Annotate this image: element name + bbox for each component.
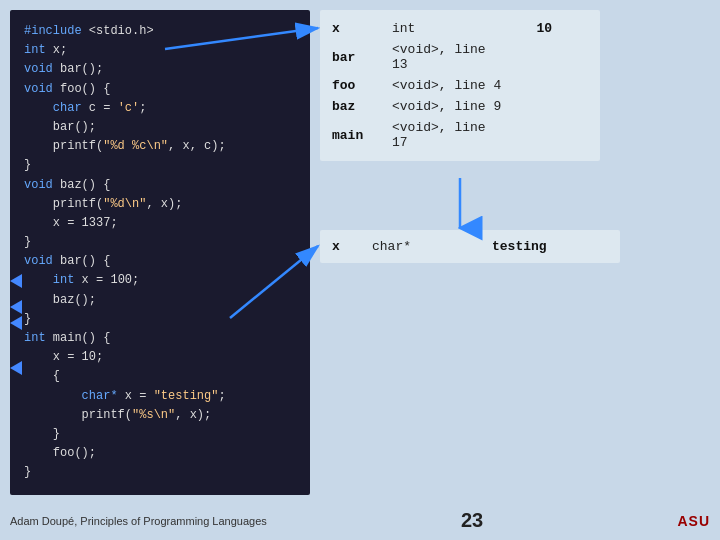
col-type-bar: <void>, line 13 <box>392 42 502 72</box>
code-line-7: printf("%d %c\n", x, c); <box>24 137 296 156</box>
code-line-5: char c = 'c'; <box>24 99 296 118</box>
code-line-1: #include <stdio.h> <box>24 22 296 41</box>
table2-col-val-x: testing <box>492 239 572 254</box>
code-line-20: char* x = "testing"; <box>24 387 296 406</box>
col-name-x: x <box>332 21 392 36</box>
table-row-bar: bar <void>, line 13 <box>320 39 600 75</box>
code-line-15: baz(); <box>24 291 296 310</box>
code-line-3: void bar(); <box>24 60 296 79</box>
asu-logo: ASU <box>677 513 710 529</box>
col-type-x: int <box>392 21 502 36</box>
footer-attribution: Adam Doupé, Principles of Programming La… <box>10 515 267 527</box>
footer: Adam Doupé, Principles of Programming La… <box>10 509 710 532</box>
table-row-x: x int 10 <box>320 18 600 39</box>
table2-col-type-x: char* <box>372 239 492 254</box>
col-name-main: main <box>332 128 392 143</box>
code-line-10: printf("%d\n", x); <box>24 195 296 214</box>
table2-col-name-x: x <box>332 239 372 254</box>
code-line-12: } <box>24 233 296 252</box>
code-line-11: x = 1337; <box>24 214 296 233</box>
col-type-main: <void>, line 17 <box>392 120 502 150</box>
code-line-4: void foo() { <box>24 80 296 99</box>
code-line-17: int main() { <box>24 329 296 348</box>
col-name-foo: foo <box>332 78 392 93</box>
code-line-14: int x = 100; <box>24 271 296 290</box>
table2-panel: x char* testing <box>320 230 620 263</box>
col-name-baz: baz <box>332 99 392 114</box>
table-row-main: main <void>, line 17 <box>320 117 600 153</box>
code-line-22: } <box>24 425 296 444</box>
page-number: 23 <box>461 509 483 532</box>
code-line-19: { <box>24 367 296 386</box>
code-line-24: } <box>24 463 296 482</box>
code-line-18: x = 10; <box>24 348 296 367</box>
table1-panel: x int 10 bar <void>, line 13 foo <void>,… <box>320 10 600 161</box>
table-row-foo: foo <void>, line 4 <box>320 75 600 96</box>
code-line-23: foo(); <box>24 444 296 463</box>
col-val-x: 10 <box>502 21 552 36</box>
col-type-foo: <void>, line 4 <box>392 78 502 93</box>
col-type-baz: <void>, line 9 <box>392 99 502 114</box>
code-line-9: void baz() { <box>24 176 296 195</box>
table-row-baz: baz <void>, line 9 <box>320 96 600 117</box>
code-line-2: int x; <box>24 41 296 60</box>
code-line-13: void bar() { <box>24 252 296 271</box>
code-line-6: bar(); <box>24 118 296 137</box>
code-panel: #include <stdio.h> int x; void bar(); vo… <box>10 10 310 495</box>
col-name-bar: bar <box>332 50 392 65</box>
table2-row-x: x char* testing <box>320 235 620 258</box>
code-line-8: } <box>24 156 296 175</box>
code-line-16: } <box>24 310 296 329</box>
code-line-21: printf("%s\n", x); <box>24 406 296 425</box>
